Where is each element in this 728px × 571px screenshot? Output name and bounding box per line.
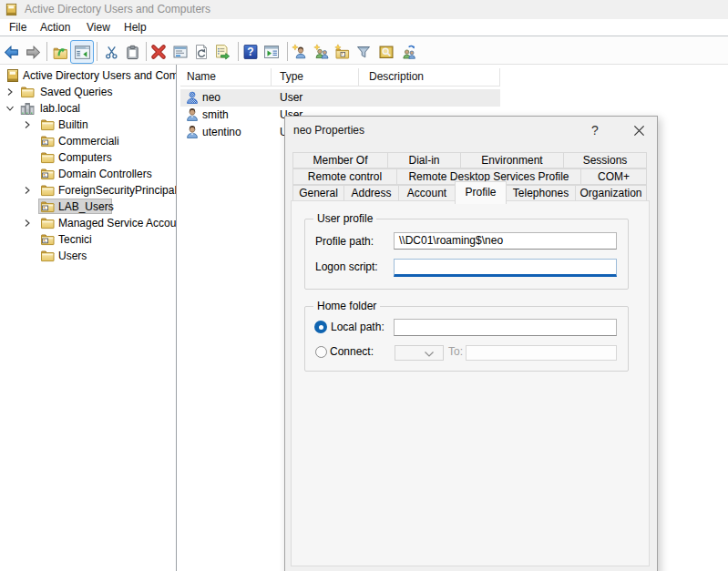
profile-path-input[interactable]: \\DC01\roaming$\neo xyxy=(394,232,617,250)
local-path-input[interactable] xyxy=(394,319,617,336)
delete-icon xyxy=(150,44,167,60)
tab-environment[interactable]: Environment xyxy=(460,152,564,168)
paste-button[interactable] xyxy=(123,43,141,61)
tree-item-domain-controllers[interactable]: Domain Controllers xyxy=(0,166,176,182)
home-folder-group: Home folder xyxy=(304,306,629,372)
find-objects-button[interactable] xyxy=(377,43,395,61)
drive-letter-dropdown[interactable] xyxy=(395,345,444,361)
tree-item-commerciali[interactable]: Commerciali xyxy=(0,133,176,149)
refresh-button[interactable] xyxy=(192,43,210,61)
menu-view[interactable]: View xyxy=(87,19,110,36)
column-header-description[interactable]: Description xyxy=(369,67,424,86)
delegate-users-button[interactable] xyxy=(400,43,418,61)
logon-script-label: Logon script: xyxy=(315,260,378,274)
new-group-button[interactable] xyxy=(313,43,331,61)
column-header-type[interactable]: Type xyxy=(280,67,303,86)
tree-item-managed-service-accounts[interactable]: Managed Service Accounts xyxy=(0,215,176,231)
help-icon xyxy=(242,44,259,60)
toolbar-separator xyxy=(146,42,147,61)
tree-item-users[interactable]: Users xyxy=(0,248,176,264)
dialog-help-button[interactable]: ? xyxy=(585,117,605,145)
new-user-button[interactable] xyxy=(291,43,309,61)
chevron-right-icon[interactable] xyxy=(23,120,32,129)
logon-script-input[interactable] xyxy=(394,259,617,277)
dialog-close-button[interactable] xyxy=(628,117,650,145)
up-one-level-button[interactable] xyxy=(51,43,69,61)
chevron-right-icon[interactable] xyxy=(23,186,32,195)
tab-general[interactable]: General xyxy=(292,185,344,201)
to-label: To: xyxy=(448,345,463,359)
list-row-neo[interactable]: neo User xyxy=(180,89,546,107)
tree-item-lab-local[interactable]: lab.local xyxy=(0,100,176,117)
column-divider[interactable] xyxy=(358,68,359,86)
to-input[interactable] xyxy=(466,345,617,361)
connect-radio[interactable] xyxy=(315,346,327,358)
export-list-icon xyxy=(214,44,231,60)
window-titlebar[interactable]: Active Directory Users and Computers xyxy=(0,0,728,19)
properties-dialog: neo Properties ? Member Of Dial-in Envir… xyxy=(284,116,658,571)
pane-splitter[interactable] xyxy=(176,65,177,571)
chevron-right-icon[interactable] xyxy=(5,87,15,97)
folder-icon xyxy=(40,117,55,132)
console-tree-icon xyxy=(74,44,91,61)
user-icon xyxy=(185,107,200,122)
tab-dial-in[interactable]: Dial-in xyxy=(387,152,461,168)
row-selection xyxy=(180,89,500,107)
home-folder-legend: Home folder xyxy=(313,300,380,313)
tree-item-root[interactable]: Active Directory Users and Com xyxy=(0,67,176,84)
tab-account[interactable]: Account xyxy=(398,185,456,201)
console-tree: Active Directory Users and Com Saved Que… xyxy=(0,65,176,571)
chevron-right-icon[interactable] xyxy=(23,219,32,228)
column-divider[interactable] xyxy=(271,68,272,86)
filter-options-button[interactable] xyxy=(354,43,373,61)
toolbar-separator xyxy=(46,42,47,61)
app-icon xyxy=(5,3,18,16)
cut-button[interactable] xyxy=(102,43,120,61)
help-button[interactable] xyxy=(241,43,260,61)
local-path-label[interactable]: Local path: xyxy=(331,321,385,334)
back-button[interactable] xyxy=(2,43,20,61)
local-path-radio[interactable] xyxy=(314,321,327,333)
tab-sessions[interactable]: Sessions xyxy=(563,152,647,168)
show-console-tree-button[interactable] xyxy=(70,40,94,64)
tab-com-plus[interactable]: COM+ xyxy=(580,168,647,185)
cut-icon xyxy=(104,45,119,60)
tree-item-computers[interactable]: Computers xyxy=(0,149,176,166)
toolbar-separator xyxy=(97,42,97,61)
column-divider[interactable] xyxy=(499,68,500,86)
show-action-pane-button[interactable] xyxy=(262,43,281,61)
tree-item-builtin[interactable]: Builtin xyxy=(0,117,176,133)
ou-folder-icon xyxy=(40,134,55,148)
ou-folder-icon xyxy=(40,199,55,214)
column-header-name[interactable]: Name xyxy=(187,67,216,86)
tab-member-of[interactable]: Member Of xyxy=(292,152,388,168)
tree-item-foreign-security-principals[interactable]: ForeignSecurityPrincipals xyxy=(0,182,176,199)
tree-item-lab-users[interactable]: LAB_Users xyxy=(0,199,176,215)
menu-bar: File Action View Help xyxy=(0,19,728,36)
new-ou-icon xyxy=(334,44,351,60)
new-ou-button[interactable] xyxy=(333,43,352,61)
tab-address[interactable]: Address xyxy=(343,185,399,201)
tab-organization[interactable]: Organization xyxy=(575,185,647,201)
close-icon xyxy=(633,125,645,137)
delete-button[interactable] xyxy=(149,43,168,61)
connect-label[interactable]: Connect: xyxy=(330,345,374,359)
toolbar-separator xyxy=(238,42,239,61)
forward-button[interactable] xyxy=(24,43,42,61)
menu-file[interactable]: File xyxy=(9,19,26,36)
chevron-down-icon[interactable] xyxy=(5,104,15,113)
tab-profile[interactable]: Profile xyxy=(455,181,507,204)
tab-telephones[interactable]: Telephones xyxy=(506,185,576,201)
tree-item-tecnici[interactable]: Tecnici xyxy=(0,231,176,248)
filter-icon xyxy=(355,44,372,60)
aduc-window: Active Directory Users and Computers Fil… xyxy=(0,0,728,571)
menu-help[interactable]: Help xyxy=(124,19,147,36)
toolbar xyxy=(0,36,728,65)
tab-remote-control[interactable]: Remote control xyxy=(292,168,397,185)
user-profile-legend: User profile xyxy=(313,212,376,226)
menu-action[interactable]: Action xyxy=(40,19,70,36)
properties-button[interactable] xyxy=(171,43,190,61)
folder-icon xyxy=(40,150,55,165)
tree-item-saved-queries[interactable]: Saved Queries xyxy=(0,84,176,100)
export-list-button[interactable] xyxy=(213,43,231,61)
